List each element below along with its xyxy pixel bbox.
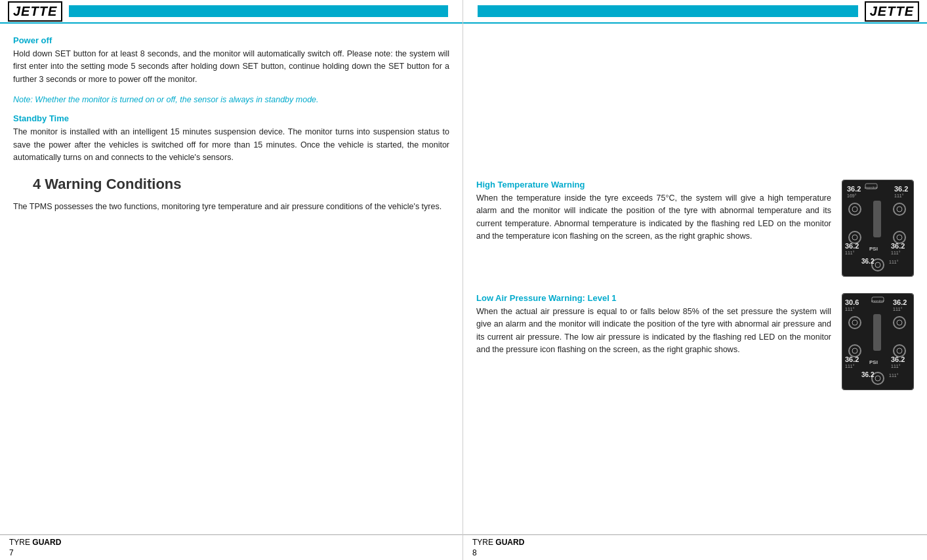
svg-text:36.2: 36.2	[891, 242, 905, 250]
svg-text:36.2: 36.2	[845, 355, 859, 363]
svg-text:36.2: 36.2	[893, 298, 907, 306]
left-page: JETTE Power off Hold down SET button for…	[0, 0, 463, 560]
svg-text:111°: 111°	[845, 250, 855, 255]
right-header-bar	[478, 5, 858, 17]
note-section: Note: Whether the monitor is turned on o…	[13, 95, 449, 104]
low-pressure-heading: Low Air Pressure Warning: Level 1	[476, 293, 831, 303]
svg-text:111°: 111°	[845, 364, 855, 369]
low-pressure-text-block: Low Air Pressure Warning: Level 1 When t…	[476, 293, 831, 357]
svg-text:36.2: 36.2	[861, 371, 875, 378]
left-footer: TYRE GUARD 7	[0, 534, 463, 560]
right-page: JETTE High Temperature Warning When the …	[463, 0, 927, 560]
svg-text:111°: 111°	[894, 193, 904, 198]
svg-text:PSI: PSI	[869, 359, 878, 365]
high-temp-text-block: High Temperature Warning When the temper…	[476, 180, 831, 243]
low-pressure-text: When the actual air pressure is equal to…	[476, 306, 831, 357]
right-footer: TYRE GUARD 8	[463, 534, 927, 560]
svg-text:111°: 111°	[889, 373, 899, 378]
high-temp-text: When the temperature inside the tyre exc…	[476, 192, 831, 243]
svg-text:30.6: 30.6	[845, 298, 859, 306]
svg-text:111°: 111°	[891, 250, 901, 255]
svg-text:36.2: 36.2	[847, 185, 861, 193]
svg-text:PSI: PSI	[869, 246, 878, 252]
standby-time-text: The monitor is installed with an intelli…	[13, 126, 449, 164]
svg-text:36.2: 36.2	[845, 242, 859, 250]
note-text: Note: Whether the monitor is turned on o…	[13, 95, 449, 104]
standby-time-heading: Standby Time	[13, 113, 449, 123]
svg-text:111°: 111°	[893, 307, 903, 311]
svg-text:111°: 111°	[889, 260, 899, 264]
left-page-number: 7	[9, 548, 61, 557]
svg-text:111°: 111°	[891, 364, 901, 369]
left-header: JETTE	[0, 0, 463, 24]
low-pressure-display: 30.6 111° monitor 36.2 111°	[842, 293, 914, 392]
right-content: High Temperature Warning When the temper…	[463, 24, 927, 534]
right-top-spacer	[476, 35, 914, 180]
power-off-heading: Power off	[13, 35, 449, 45]
left-brand-logo: JETTE	[8, 1, 62, 22]
right-page-number: 8	[472, 548, 524, 557]
footer-tyre-label: TYRE	[9, 538, 30, 547]
left-header-bar	[69, 5, 448, 17]
high-temp-display: 36.2 169° monitor 36.2 111°	[842, 180, 914, 279]
power-off-text: Hold down SET button for at least 8 seco…	[13, 48, 449, 86]
svg-text:36.2: 36.2	[894, 185, 908, 193]
svg-text:36.2: 36.2	[891, 355, 905, 363]
left-content: Power off Hold down SET button for at le…	[0, 24, 463, 534]
left-footer-brand: TYRE GUARD	[9, 538, 61, 547]
low-pressure-warning-block: Low Air Pressure Warning: Level 1 When t…	[476, 293, 914, 392]
svg-rect-36	[873, 314, 881, 351]
svg-text:111°: 111°	[845, 307, 855, 311]
warning-conditions-heading: 4 Warning Conditions	[33, 176, 449, 193]
svg-text:169°: 169°	[847, 193, 857, 198]
warning-conditions-section: 4 Warning Conditions The TPMS possesses …	[13, 176, 449, 213]
right-brand-logo: JETTE	[865, 1, 919, 22]
warning-conditions-text: The TPMS possesses the two functions, mo…	[13, 201, 449, 213]
high-temp-heading: High Temperature Warning	[476, 180, 831, 190]
standby-time-section: Standby Time The monitor is installed wi…	[13, 113, 449, 164]
right-footer-tyre-label: TYRE	[472, 538, 493, 547]
svg-text:36.2: 36.2	[861, 258, 875, 265]
right-header: JETTE	[463, 0, 927, 24]
high-temp-warning-block: High Temperature Warning When the temper…	[476, 180, 914, 279]
power-off-section: Power off Hold down SET button for at le…	[13, 35, 449, 86]
right-footer-brand: TYRE GUARD	[472, 538, 524, 547]
svg-rect-11	[873, 201, 881, 237]
